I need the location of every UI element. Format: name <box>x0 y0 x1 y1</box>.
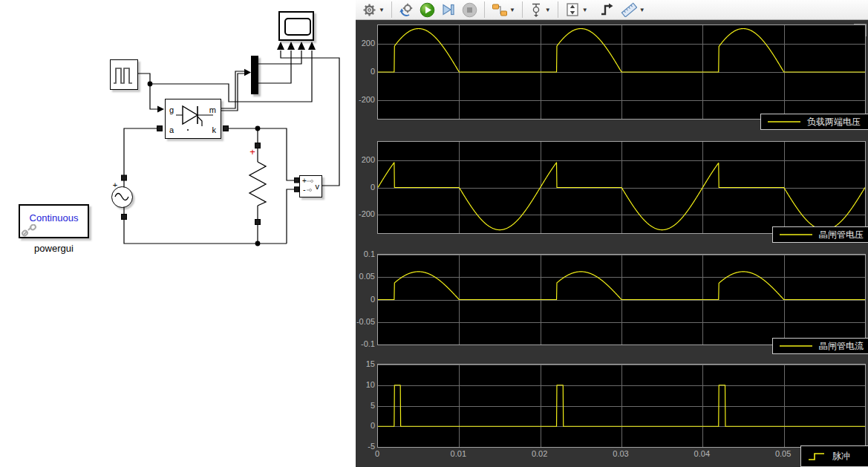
plot-legend[interactable]: 负载两端电压 <box>760 114 868 130</box>
run-button[interactable] <box>417 1 437 19</box>
pulse-generator-block[interactable] <box>110 59 138 90</box>
thyristor-block[interactable]: g m a k <box>165 99 221 139</box>
plot-legend[interactable]: 晶闸管电压 <box>772 226 868 243</box>
y-tick-label: -0.05 <box>356 316 375 327</box>
powergui-mode-text: Continuous <box>20 212 88 223</box>
legend-line-icon <box>780 232 812 237</box>
x-tick-label: 0.01 <box>442 449 474 458</box>
toolbar-separator <box>558 1 558 18</box>
dropdown-arrow-icon: ▼ <box>509 7 515 13</box>
dropdown-arrow-icon: ▼ <box>379 7 385 13</box>
scope-plot-area: 2000-200负载两端电压2000-200晶闸管电压0.10.050-0.05… <box>356 21 868 467</box>
thyristor-symbol-icon <box>166 99 219 137</box>
scope-plot-3[interactable] <box>377 254 866 345</box>
signal-statistics-button[interactable] <box>598 1 617 19</box>
sine-icon <box>112 187 131 206</box>
x-tick-label: 0.03 <box>604 449 637 458</box>
dropdown-arrow-icon: ▼ <box>639 7 645 13</box>
scope-block[interactable] <box>278 11 314 41</box>
dropdown-arrow-icon: ▼ <box>545 7 551 13</box>
scope-input-ports <box>277 42 316 50</box>
stop-icon <box>462 2 477 18</box>
y-tick-label: 15 <box>356 359 375 369</box>
toolbar-separator <box>391 1 392 18</box>
scope-toolbar: ▼ <box>356 0 868 20</box>
y-tick-label: 0.1 <box>356 249 375 259</box>
model-canvas[interactable]: g m a k + - v Continuous <box>0 0 356 467</box>
vm-terminals-icon <box>300 176 321 197</box>
y-tick-label: 200 <box>356 38 375 48</box>
port-squares <box>122 126 300 225</box>
step-forward-button[interactable] <box>439 1 458 19</box>
stepping-options-button[interactable] <box>397 1 416 19</box>
legend-line-icon <box>780 344 812 348</box>
y-tick-label: 0 <box>356 66 375 76</box>
legend-text: 晶闸管电流 <box>819 340 864 353</box>
trigger-button[interactable]: ▼ <box>527 1 553 19</box>
y-tick-label: -200 <box>356 209 375 219</box>
legend-text: 脉冲 <box>832 450 850 463</box>
run-icon <box>420 2 435 18</box>
y-tick-label: 0 <box>356 420 375 431</box>
x-tick-label: 0.04 <box>685 449 718 458</box>
y-tick-label: 5 <box>356 400 375 411</box>
step-forward-icon <box>441 2 456 17</box>
legend-step-line-icon <box>808 451 826 462</box>
broken-link-icon <box>22 224 38 238</box>
scale-axes-button[interactable]: ▼ <box>563 1 590 19</box>
y-tick-label: 0.05 <box>356 271 375 281</box>
y-tick-label: 0 <box>356 182 375 192</box>
powergui-block-label: powergui <box>19 243 89 254</box>
dropdown-arrow-icon: ▼ <box>582 7 588 13</box>
gate-arrow-icon <box>157 106 164 113</box>
powergui-block[interactable]: Continuous <box>19 204 89 238</box>
x-tick-label: 0.02 <box>523 449 556 458</box>
plot-legend[interactable]: 脉冲 <box>800 445 868 467</box>
y-tick-label: 10 <box>356 379 375 390</box>
plot-legend[interactable]: 晶闸管电流 <box>772 338 868 354</box>
trigger-icon <box>529 2 543 17</box>
scale-axes-icon <box>565 2 580 17</box>
settings-button[interactable]: ▼ <box>360 1 387 19</box>
y-tick-label: 0 <box>356 294 375 304</box>
simulation-stepping-options-icon <box>399 2 414 17</box>
highlight-signal-button[interactable]: ▼ <box>489 1 518 19</box>
stop-button[interactable] <box>460 1 480 19</box>
toolbar-separator <box>484 1 485 18</box>
y-tick-label: -0.1 <box>356 339 375 349</box>
legend-text: 负载两端电压 <box>807 116 861 128</box>
scope-plot-4[interactable] <box>377 364 866 448</box>
x-tick-label: 0.05 <box>767 449 800 458</box>
scope-plot-2[interactable] <box>377 141 866 234</box>
signal-statistics-icon <box>600 2 615 17</box>
scope-screen-icon <box>284 18 311 36</box>
voltage-measurement-block[interactable]: + - v <box>299 175 322 197</box>
scope-window: ▼ <box>356 0 868 467</box>
y-tick-label: 200 <box>356 154 375 165</box>
x-tick-label: 0 <box>361 449 394 458</box>
ac-voltage-source-block[interactable] <box>111 186 133 208</box>
toolbar-separator <box>522 1 523 18</box>
highlight-signal-icon <box>492 2 507 17</box>
cursor-measurements-icon <box>621 2 637 17</box>
settings-gear-icon <box>362 3 376 17</box>
resistor-plus-sign: + <box>249 146 255 157</box>
demux-block[interactable] <box>251 56 258 94</box>
cursor-measurements-button[interactable]: ▼ <box>619 1 647 19</box>
legend-text: 晶闸管电压 <box>819 229 864 241</box>
scope-plot-1[interactable] <box>377 25 866 120</box>
y-tick-label: -200 <box>356 94 375 105</box>
legend-line-icon <box>768 120 800 124</box>
square-wave-icon <box>111 60 137 88</box>
demux-input-arrow-icon <box>244 69 251 76</box>
simulink-application: { "model": { "blocks": { "pulse_generato… <box>0 0 868 467</box>
